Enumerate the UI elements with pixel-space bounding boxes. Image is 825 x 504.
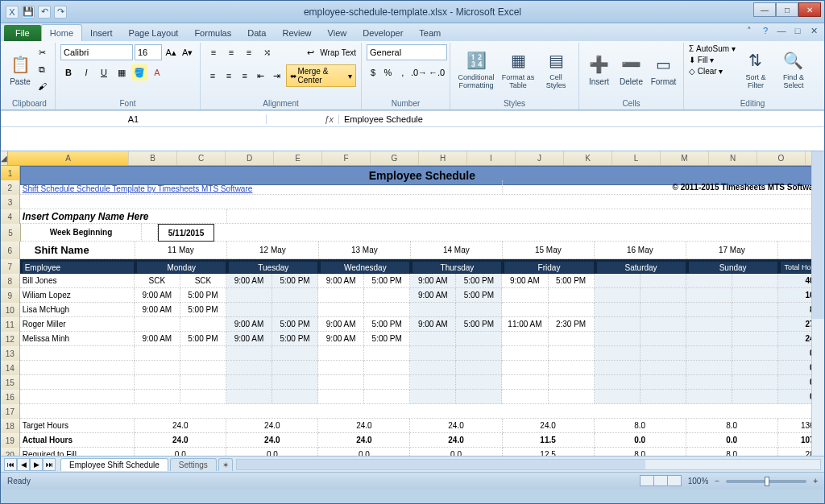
summary-val[interactable]: 24.0 xyxy=(503,419,595,433)
decrease-decimal-icon[interactable]: ←.0 xyxy=(429,64,445,81)
shift-cell[interactable] xyxy=(502,332,548,346)
shift-cell[interactable] xyxy=(595,274,641,288)
shift-cell[interactable] xyxy=(686,332,732,346)
summary-val[interactable]: 0.0 xyxy=(595,433,686,448)
tab-data[interactable]: Data xyxy=(239,25,274,41)
font-name-input[interactable] xyxy=(60,44,133,60)
summary-val[interactable]: 0.0 xyxy=(686,433,778,448)
week-begin-label[interactable]: Week Beginning xyxy=(21,224,142,242)
day-header[interactable]: Sunday xyxy=(686,259,778,274)
vertical-scrollbar[interactable] xyxy=(811,151,824,456)
shift-cell[interactable] xyxy=(226,288,272,303)
align-right-icon[interactable]: ≡ xyxy=(238,68,252,84)
row-header-15[interactable]: 15 xyxy=(1,375,20,390)
font-color-button[interactable]: A xyxy=(149,64,165,81)
shift-cell[interactable] xyxy=(732,303,778,317)
sheet-tab-active[interactable]: Employee Shift Schedule xyxy=(60,458,168,471)
insert-cells-button[interactable]: ➕Insert xyxy=(584,44,614,94)
shift-cell[interactable]: 9:00 AM xyxy=(318,274,364,288)
date-header[interactable]: 16 May xyxy=(595,242,686,259)
format-as-table-button[interactable]: ▦Format as Table xyxy=(500,44,537,94)
shift-cell[interactable] xyxy=(641,375,686,390)
shift-cell[interactable]: 5:00 PM xyxy=(272,317,318,332)
shift-cell[interactable] xyxy=(502,361,548,375)
shift-cell[interactable]: 9:00 AM xyxy=(226,317,272,332)
shift-cell[interactable] xyxy=(364,361,410,375)
name-box[interactable]: A1 xyxy=(1,114,267,124)
week-date-cell[interactable]: 5/11/2015 xyxy=(158,224,214,242)
cell[interactable] xyxy=(227,209,824,224)
shift-cell[interactable] xyxy=(456,375,502,390)
row-header-2[interactable]: 2 xyxy=(1,180,20,195)
help-icon[interactable]: ? xyxy=(760,25,771,36)
shift-cell[interactable] xyxy=(732,361,778,375)
date-header[interactable]: 11 May xyxy=(135,242,227,259)
summary-val[interactable]: 0.0 xyxy=(318,448,410,456)
select-all-corner[interactable]: ◢ xyxy=(1,151,8,165)
shift-cell[interactable] xyxy=(180,346,226,361)
shift-cell[interactable] xyxy=(180,390,226,404)
copyright-cell[interactable]: © 2011-2015 Timesheets MTS Software xyxy=(503,180,824,195)
shift-cell[interactable] xyxy=(272,361,318,375)
redo-icon[interactable]: ↷ xyxy=(54,6,67,19)
summary-label[interactable]: Target Hours xyxy=(20,419,135,433)
tab-page-layout[interactable]: Page Layout xyxy=(121,25,187,41)
cell-styles-button[interactable]: ▤Cell Styles xyxy=(539,44,573,94)
shift-cell[interactable]: SCK xyxy=(135,274,180,288)
row-header-4[interactable]: 4 xyxy=(1,209,20,224)
sheet-nav-next[interactable]: ▶ xyxy=(30,458,43,471)
employee-name[interactable]: Lisa McHugh xyxy=(20,303,135,317)
employee-name[interactable]: Wiliam Lopez xyxy=(20,288,135,303)
row-header-13[interactable]: 13 xyxy=(1,346,20,361)
employee-name[interactable]: Roger Miller xyxy=(20,317,135,332)
align-left-icon[interactable]: ≡ xyxy=(205,68,220,84)
shift-cell[interactable] xyxy=(272,375,318,390)
col-header-B[interactable]: B xyxy=(129,151,177,165)
shift-cell[interactable] xyxy=(686,274,732,288)
orientation-icon[interactable]: ⤭ xyxy=(259,44,275,60)
increase-font-icon[interactable]: A▴ xyxy=(164,44,179,60)
shift-cell[interactable] xyxy=(502,303,548,317)
shift-cell[interactable]: 9:00 AM xyxy=(410,317,456,332)
shift-cell[interactable]: 9:00 AM xyxy=(135,288,180,303)
shift-cell[interactable] xyxy=(549,375,595,390)
shift-cell[interactable] xyxy=(502,288,548,303)
paste-button[interactable]: 📋 Paste xyxy=(9,44,31,94)
shift-cell[interactable]: 9:00 AM xyxy=(318,332,364,346)
link-cell[interactable]: Shift Schedule Schedule Template by Time… xyxy=(20,180,503,195)
summary-val[interactable]: 8.0 xyxy=(686,419,778,433)
col-header-H[interactable]: H xyxy=(419,151,467,165)
shift-cell[interactable] xyxy=(502,390,548,404)
summary-val[interactable]: 11.5 xyxy=(503,433,595,448)
row-header-16[interactable]: 16 xyxy=(1,390,20,404)
summary-val[interactable]: 24.0 xyxy=(135,419,226,433)
shift-cell[interactable] xyxy=(549,303,595,317)
shift-cell[interactable] xyxy=(272,346,318,361)
shift-cell[interactable]: 5:00 PM xyxy=(272,274,318,288)
tab-home[interactable]: Home xyxy=(41,24,82,41)
shift-cell[interactable] xyxy=(456,332,502,346)
border-button[interactable]: ▦ xyxy=(114,64,130,81)
col-header-G[interactable]: G xyxy=(371,151,419,165)
fill-button[interactable]: ⬇ Fill ▾ xyxy=(689,56,736,64)
shift-cell[interactable] xyxy=(410,303,456,317)
copy-button[interactable]: ⧉ xyxy=(34,61,50,77)
row-header-12[interactable]: 12 xyxy=(1,332,20,346)
col-header-O[interactable]: O xyxy=(757,151,806,165)
row-header-20[interactable]: 20 xyxy=(1,448,20,456)
row-header-10[interactable]: 10 xyxy=(1,303,20,317)
file-tab[interactable]: File xyxy=(4,25,41,41)
shift-cell[interactable] xyxy=(732,274,778,288)
shift-cell[interactable] xyxy=(641,303,686,317)
shift-cell[interactable] xyxy=(135,390,180,404)
zoom-slider[interactable] xyxy=(726,480,806,483)
employee-name[interactable] xyxy=(20,375,135,390)
shift-cell[interactable] xyxy=(641,274,686,288)
shift-cell[interactable] xyxy=(732,390,778,404)
percent-icon[interactable]: % xyxy=(381,64,394,81)
horizontal-scrollbar[interactable] xyxy=(236,459,821,470)
shift-cell[interactable] xyxy=(595,375,641,390)
summary-val[interactable]: 8.0 xyxy=(595,419,686,433)
col-header-M[interactable]: M xyxy=(661,151,709,165)
shift-cell[interactable] xyxy=(318,375,364,390)
